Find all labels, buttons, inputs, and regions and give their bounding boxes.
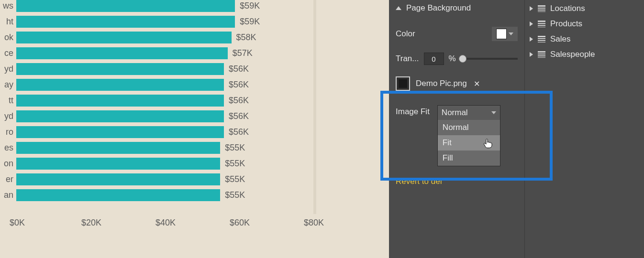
bar-category-label: er [0,174,13,184]
bar[interactable] [16,16,235,28]
remove-image-button[interactable]: ✕ [474,79,480,88]
slider-thumb[interactable] [459,55,466,63]
chevron-right-icon [530,37,533,42]
fields-pane: LocationsProductsSalesSalespeople [524,0,644,258]
bar[interactable] [16,158,220,170]
image-thumbnail[interactable] [396,76,410,91]
revert-to-default-link[interactable]: Revert to def [396,177,518,186]
bar-value-label: $56K [229,127,249,137]
background-image-row: Demo Pic.png ✕ [396,76,518,91]
table-icon [538,21,545,27]
color-swatch [496,29,507,39]
bar-category-label: ws [0,1,13,11]
bar[interactable] [16,110,224,122]
x-tick: $40K [155,218,176,228]
chevron-right-icon [530,6,533,11]
bar-row: an$55K [13,189,315,201]
transparency-slider[interactable] [463,58,518,60]
bar-category-label: ht [0,17,13,27]
field-label: Salespeople [550,50,595,59]
transparency-input[interactable]: 0 [424,53,444,65]
chevron-right-icon [530,22,533,26]
bar[interactable] [16,32,232,43]
x-tick: $20K [81,218,101,228]
field-label: Locations [550,4,585,13]
color-picker[interactable] [492,27,518,41]
bar[interactable] [16,126,224,138]
field-item[interactable]: Salespeople [530,47,639,62]
field-item[interactable]: Products [530,16,639,32]
bar-row: ok$58K [13,32,315,43]
bar-value-label: $56K [229,96,249,106]
x-tick: $60K [230,218,250,228]
report-canvas[interactable]: ws$59Kht$59Kok$58Kce$57Kyd$56Kay$56Ktt$5… [0,0,389,258]
table-icon [538,51,545,58]
bar-value-label: $59K [240,17,260,27]
group-page-background[interactable]: Page Background [396,1,518,15]
bar-row: ay$56K [13,79,315,91]
image-fit-row: Image Fit Normal NormalFitFill [396,105,518,166]
field-item[interactable]: Locations [530,1,639,16]
group-title: Page Background [406,3,471,13]
field-label: Products [550,19,582,29]
bar-category-label: ok [0,32,13,43]
transparency-row: Tran... 0 % [396,53,518,65]
bar-category-label: an [0,190,13,200]
bar-value-label: $55K [225,143,245,153]
bar-row: tt$56K [13,95,315,107]
chevron-down-icon [491,111,496,114]
bar-category-label: ay [0,80,13,90]
bar-row: ht$59K [13,16,315,28]
bar-value-label: $56K [229,111,249,121]
bar[interactable] [16,0,235,12]
bar-category-label: yd [0,111,13,121]
image-fit-label: Image Fit [396,105,430,117]
format-pane: Page Background Color Tran... 0 % Demo P… [389,0,524,258]
bar-category-label: es [0,143,13,153]
bar[interactable] [16,47,228,59]
select-current[interactable]: Normal [438,106,500,120]
bar-chart: ws$59Kht$59Kok$58Kce$57Kyd$56Kay$56Ktt$5… [13,0,315,205]
color-row: Color [396,27,518,41]
chevron-right-icon [530,52,533,57]
select-options: NormalFitFill [438,120,500,166]
bar-value-label: $57K [233,48,253,58]
select-option[interactable]: Fill [438,150,500,166]
bar-row: ws$59K [13,0,315,12]
bar-row: er$55K [13,173,315,185]
bar-value-label: $55K [225,159,245,169]
table-icon [538,5,545,12]
bar-row: yd$56K [13,110,315,122]
bar-value-label: $55K [225,174,245,184]
field-label: Sales [550,34,571,44]
bar-category-label: yd [0,64,13,74]
transparency-label: Tran... [396,54,419,64]
x-tick: $80K [304,218,324,228]
bar[interactable] [16,189,220,201]
bar[interactable] [16,63,224,75]
percent-sign: % [449,54,456,64]
x-axis: $0K$20K$40K$60K$80K [14,218,325,232]
bar[interactable] [16,142,220,154]
x-tick: $0K [10,218,25,228]
bar-row: ce$57K [13,47,315,59]
side-panels: Page Background Color Tran... 0 % Demo P… [389,0,644,258]
color-label: Color [396,29,429,39]
cursor-hand-icon [483,138,492,151]
bar-row: on$55K [13,158,315,170]
bar[interactable] [16,95,224,107]
bar-row: es$55K [13,142,315,154]
bar-category-label: ro [0,127,13,137]
image-fit-select[interactable]: Normal NormalFitFill [437,105,500,166]
select-option[interactable]: Fit [438,135,500,150]
select-current-text: Normal [442,108,468,118]
bar[interactable] [16,79,224,91]
chevron-up-icon [396,6,401,10]
bar-row: ro$56K [13,126,315,138]
field-item[interactable]: Sales [530,32,639,47]
bar-value-label: $55K [225,190,245,200]
chevron-down-icon [509,32,513,35]
bar[interactable] [16,173,220,185]
table-icon [538,36,545,43]
select-option[interactable]: Normal [438,120,500,135]
